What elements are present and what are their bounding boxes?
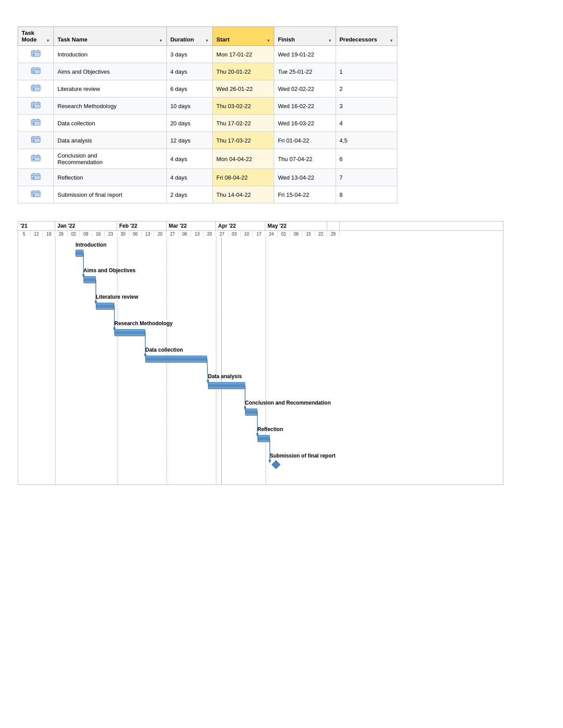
gantt-month-jan22: Jan '22 bbox=[55, 221, 117, 230]
cell-duration-9: 2 days bbox=[166, 186, 212, 203]
gantt-bar-1 bbox=[76, 250, 83, 257]
cell-predecessors-7: 6 bbox=[336, 149, 397, 169]
cell-predecessors-8: 7 bbox=[336, 169, 397, 186]
cell-finish-7: Thu 07-04-22 bbox=[274, 149, 336, 169]
cell-start-1: Mon 17-01-22 bbox=[213, 46, 274, 63]
cell-duration-4: 10 days bbox=[166, 98, 212, 115]
task-mode-icon bbox=[31, 189, 41, 200]
cell-finish-1: Wed 19-01-22 bbox=[274, 46, 336, 63]
cell-predecessors-9: 8 bbox=[336, 186, 397, 203]
gantt-bar-5 bbox=[145, 356, 207, 363]
gantt-week-17: 03 bbox=[228, 231, 241, 237]
col-label-task-mode: TaskMode bbox=[22, 30, 37, 43]
gantt-label-3: Literature review bbox=[96, 294, 138, 300]
svg-point-37 bbox=[33, 177, 34, 179]
gantt-weeks-row: 5121926020916233006132027061320270310172… bbox=[18, 231, 503, 237]
table-row: Introduction3 daysMon 17-01-22Wed 19-01-… bbox=[18, 46, 397, 63]
svg-rect-10 bbox=[31, 85, 40, 91]
task-mode-icon bbox=[31, 172, 41, 183]
sort-icon-task-name[interactable]: ▼ bbox=[159, 38, 163, 43]
gantt-arrows-svg bbox=[18, 237, 503, 484]
gantt-week-15: 20 bbox=[204, 231, 216, 237]
gantt-month-may22: May '22 bbox=[265, 221, 327, 230]
table-row: Aims and Objectives4 daysThu 20-01-22Tue… bbox=[18, 63, 397, 80]
cell-duration-1: 3 days bbox=[166, 46, 212, 63]
table-row: Submission of final report2 daysThu 14-0… bbox=[18, 186, 397, 203]
sort-icon-start[interactable]: ▼ bbox=[266, 38, 270, 43]
cell-task-name-1: Introduction bbox=[54, 46, 166, 63]
gantt-label-8: Reflection bbox=[257, 426, 283, 432]
table-row: Literature review6 daysWed 26-01-22Wed 0… bbox=[18, 80, 397, 98]
cell-finish-5: Wed 16-03-22 bbox=[274, 115, 336, 132]
gantt-week-23: 15 bbox=[302, 231, 315, 237]
col-header-start[interactable]: Start ▼ bbox=[213, 27, 274, 46]
gantt-label-9: Submission of final report bbox=[270, 453, 336, 459]
gantt-label-7: Conclusion and Recommendation bbox=[245, 400, 331, 406]
task-mode-icon bbox=[31, 49, 41, 60]
svg-point-42 bbox=[33, 194, 34, 196]
gantt-week-14: 13 bbox=[191, 231, 204, 237]
gantt-month-apr22: Apr '22 bbox=[216, 221, 265, 230]
gantt-week-0: 5 bbox=[18, 231, 30, 237]
cell-task-name-3: Literature review bbox=[54, 80, 166, 98]
gantt-week-16: 27 bbox=[216, 231, 228, 237]
gantt-week-21: 01 bbox=[278, 231, 290, 237]
gantt-week-13: 06 bbox=[179, 231, 191, 237]
col-header-predecessors[interactable]: Predecessors ▼ bbox=[336, 27, 397, 46]
cell-start-3: Wed 26-01-22 bbox=[213, 80, 274, 98]
cell-finish-8: Wed 13-04-22 bbox=[274, 169, 336, 186]
col-label-duration: Duration bbox=[170, 36, 194, 43]
table-row: Research Methodology10 daysThu 03-02-22W… bbox=[18, 98, 397, 115]
gantt-month-mar22: Mar '22 bbox=[166, 221, 216, 230]
sort-icon-finish[interactable]: ▼ bbox=[328, 38, 332, 43]
cell-duration-3: 6 days bbox=[166, 80, 212, 98]
cell-task-mode-1 bbox=[18, 46, 54, 63]
gantt-chart-wrapper: '21 Jan '22 Feb '22 Mar '22 Apr '22 May … bbox=[18, 221, 503, 485]
cell-finish-2: Tue 25-01-22 bbox=[274, 63, 336, 80]
col-label-task-name: Task Name bbox=[57, 36, 87, 43]
col-header-duration[interactable]: Duration ▼ bbox=[166, 27, 212, 46]
cell-predecessors-6: 4,5 bbox=[336, 132, 397, 149]
cell-predecessors-2: 1 bbox=[336, 63, 397, 80]
svg-point-22 bbox=[33, 123, 34, 124]
gantt-milestone-9 bbox=[272, 460, 280, 469]
gantt-bar-2 bbox=[83, 276, 96, 283]
gantt-week-25: 29 bbox=[327, 231, 340, 237]
gantt-week-8: 30 bbox=[117, 231, 129, 237]
task-mode-icon bbox=[31, 66, 41, 77]
task-mode-icon bbox=[31, 118, 41, 128]
cell-start-4: Thu 03-02-22 bbox=[213, 98, 274, 115]
gantt-week-22: 08 bbox=[290, 231, 302, 237]
gantt-chart-section: '21 Jan '22 Feb '22 Mar '22 Apr '22 May … bbox=[18, 221, 545, 485]
sort-icon-duration[interactable]: ▼ bbox=[205, 38, 209, 43]
gantt-month-21: '21 bbox=[18, 221, 55, 230]
gantt-label-6: Data analysis bbox=[208, 373, 242, 379]
cell-task-mode-6 bbox=[18, 132, 54, 149]
col-label-start: Start bbox=[216, 36, 230, 43]
cell-start-8: Fri 08-04-22 bbox=[213, 169, 274, 186]
cell-predecessors-3: 2 bbox=[336, 80, 397, 98]
task-mode-icon bbox=[31, 154, 41, 164]
cell-task-name-2: Aims and Objectives bbox=[54, 63, 166, 80]
sort-icon-task-mode[interactable]: ▼ bbox=[46, 38, 50, 43]
col-header-task-mode[interactable]: TaskMode ▼ bbox=[18, 27, 54, 46]
gantt-week-20: 24 bbox=[265, 231, 278, 237]
month-line-feb bbox=[117, 237, 117, 484]
sort-icon-predecessors[interactable]: ▼ bbox=[389, 38, 393, 43]
cell-task-mode-3 bbox=[18, 80, 54, 98]
cell-start-2: Thu 20-01-22 bbox=[213, 63, 274, 80]
table-section: TaskMode ▼ Task Name ▼ Duration ▼ bbox=[18, 26, 545, 203]
col-header-task-name[interactable]: Task Name ▼ bbox=[54, 27, 166, 46]
cell-task-name-8: Reflection bbox=[54, 169, 166, 186]
cell-task-mode-5 bbox=[18, 115, 54, 132]
gantt-label-1: Introduction bbox=[76, 242, 106, 248]
cell-start-7: Mon 04-04-22 bbox=[213, 149, 274, 169]
gantt-bar-8 bbox=[257, 435, 270, 442]
gantt-month-feb22: Feb '22 bbox=[117, 221, 166, 230]
svg-point-2 bbox=[33, 54, 34, 56]
cell-duration-7: 4 days bbox=[166, 149, 212, 169]
svg-point-32 bbox=[33, 158, 34, 160]
col-header-finish[interactable]: Finish ▼ bbox=[274, 27, 336, 46]
svg-rect-15 bbox=[31, 102, 40, 108]
svg-rect-30 bbox=[31, 155, 40, 161]
